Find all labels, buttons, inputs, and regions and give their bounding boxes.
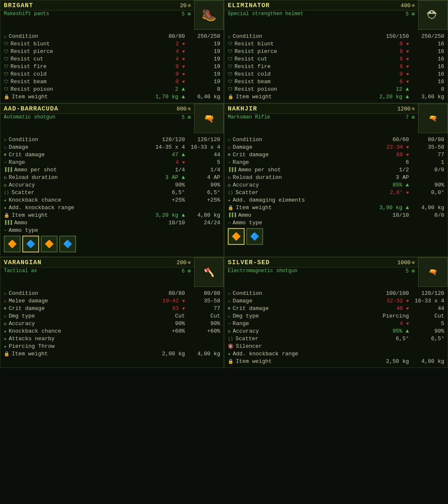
- aad-header: AAD-BARRACUDA 800 ⊙: [0, 104, 194, 114]
- varangian-accuracy: ◎ Accuracy 90% 90%: [4, 320, 220, 327]
- silver-sed-icon: 🔫: [418, 257, 448, 287]
- brigant-resist-pierce: 🛡 Resist pierce 4 ♥ 19: [4, 47, 220, 55]
- aad-icon: 🔫: [194, 104, 224, 133]
- ammo-count-icon: ▐▐▐: [228, 213, 236, 218]
- silver-sed-subtitle: Electromagnetic shotgun 5 ⊞: [224, 268, 418, 276]
- varangian-knockback: ★ Knockback chance +60% +60%: [4, 327, 220, 335]
- brigant-resist-cold: 🛡 Resist cold 0 ♥ 19: [4, 70, 220, 78]
- scatter-icon: ⟨⟩: [4, 190, 9, 195]
- silver-sed-cost: 1000 ⊙: [398, 260, 415, 266]
- nakhjir-scatter: ⟨⟩ Scatter 2,8° ♥ 0,0°: [228, 189, 444, 196]
- accuracy-icon: ◎: [4, 182, 7, 188]
- varangian-subtitle: Tactical ax 6 ⊞: [0, 268, 194, 276]
- main-grid: BRIGANT 20 ⊙ Makeshift pants 5 ⊞ 🥾 ⚔ Con…: [0, 0, 448, 368]
- varangian-crit: ✖ Crit damage 63 ♥ 77: [4, 304, 220, 312]
- brigant-resist-cut: 🛡 Resist cut 4 ♥ 19: [4, 55, 220, 63]
- scatter-icon: ⟨⟩: [228, 190, 233, 195]
- ammo-type-icon: —: [228, 220, 231, 225]
- nakhjir-reload: ↻ Reload duration 3 AP: [228, 173, 444, 181]
- eliminator-condition: ⚔ Condition 150/150 250/250: [228, 32, 444, 40]
- brigant-resist-poison: 🛡 Resist poison 2 ▲ 0: [4, 85, 220, 93]
- weight-icon: 🔒: [228, 94, 234, 100]
- aad-ammo: ▐▐▐ Ammo 10/10 24/24: [4, 219, 220, 226]
- varangian-header: VARANGIAN 200 ⊙: [0, 257, 194, 268]
- aad-subtitle: Automatic shotgun 5 ⊞: [0, 114, 194, 122]
- nakhjir-ammo-box-1[interactable]: 🔶: [228, 228, 245, 245]
- brigant-body: ⚔ Condition 80/80 250/250 🛡 Resist blunt…: [0, 30, 224, 103]
- resist-beam-icon: 🛡: [4, 79, 8, 84]
- add-damage-icon: ★: [228, 197, 231, 203]
- brigant-condition: ⚔ Condition 80/80 250/250: [4, 32, 220, 40]
- resist-blunt-icon: 🛡: [228, 41, 232, 47]
- nakhjir-damage: ⚔ Damage 22-34 ♥ 35-58: [228, 143, 444, 151]
- aad-crit: ✖ Crit damage 47 ▲ 44: [4, 151, 220, 158]
- aad-reload: ↻ Reload duration 3 AP ▲ 4 AP: [4, 173, 220, 181]
- resist-cut-icon: 🛡: [228, 56, 232, 62]
- silver-sed-damage: ⚔ Damage 32-32 ♥ 16-33 x 4: [228, 297, 444, 304]
- weight-icon: 🔒: [4, 213, 10, 218]
- ammo-icon: ▐▐▐: [228, 167, 236, 172]
- nakhjir-ammo: ▐▐▐ Ammo 10/10 0/0: [228, 211, 444, 219]
- aad-scatter: ⟨⟩ Scatter 6,5° 6,5°: [4, 189, 220, 196]
- eliminator-subtitle: Special strengthen helmet 5 ⊞: [224, 10, 418, 18]
- elim-resist-pierce: 🛡 Resist pierce 6 ♥ 16: [228, 47, 444, 55]
- dmg-type-icon: ⚔: [4, 313, 7, 319]
- damage-icon: ⚔: [228, 144, 231, 150]
- condition-icon: ⚔: [4, 137, 7, 142]
- melee-damage-icon: ⚔: [4, 298, 7, 304]
- aad-body: ⚔ Condition 120/120 120/120 ⚔ Damage 14-…: [0, 133, 224, 257]
- varangian-attacks-nearby: ★ Attacks nearby: [4, 335, 220, 342]
- reload-icon: ↻: [4, 175, 7, 180]
- condition-icon: ⚔: [228, 34, 231, 39]
- brigant-resist-blunt: 🛡 Resist blunt 2 ♥ 19: [4, 40, 220, 47]
- varangian-dmg-type: ⚔ Dmg type Cut Cut: [4, 312, 220, 320]
- ammo-type-icon: —: [4, 228, 7, 233]
- elim-resist-fire: 🛡 Resist fire 6 ♥ 16: [228, 63, 444, 70]
- knockback-icon: ★: [4, 197, 7, 203]
- resist-pierce-icon: 🛡: [4, 49, 8, 54]
- condition-icon: ⚔: [228, 137, 231, 142]
- elim-item-weight: 🔒 Item weight 2,20 kg ▲ 3,60 kg: [228, 93, 444, 100]
- silver-sed-scatter: ⟨⟩ Scatter 6,5° 6,5°: [228, 335, 444, 342]
- condition-icon: ⚔: [228, 291, 231, 296]
- nakhjir-ammo-box-2[interactable]: 🔷: [246, 228, 263, 245]
- panel-nakhjir: NAKHJIR 1200 ⊙ Marksman Rifle 7 ⊞ 🔫 ⚔ Co…: [224, 103, 448, 257]
- aad-cost: 800 ⊙: [177, 106, 191, 112]
- resist-pierce-icon: 🛡: [228, 49, 232, 54]
- ammo-box-1[interactable]: 🔶: [4, 236, 21, 252]
- ammo-icon: ▐▐▐: [4, 167, 12, 172]
- brigant-subtitle: Makeshift pants 5 ⊞: [0, 10, 194, 18]
- nakhjir-icon: 🔫: [418, 104, 448, 133]
- eliminator-body: ⚔ Condition 150/150 250/250 🛡 Resist blu…: [224, 30, 448, 103]
- aad-item-weight: 🔒 Item weight 3,20 kg ▲ 4,80 kg: [4, 211, 220, 219]
- panel-aad-barracuda: AAD-BARRACUDA 800 ⊙ Automatic shotgun 5 …: [0, 103, 224, 257]
- nakhjir-ammo-icons: 🔶 🔷: [228, 226, 444, 247]
- panel-varangian: VARANGIAN 200 ⊙ Tactical ax 6 ⊞ 🪓 ⚔ Cond…: [0, 257, 224, 368]
- brigant-title: BRIGANT: [4, 2, 33, 9]
- ammo-box-4[interactable]: 🔷: [59, 236, 76, 252]
- nakhjir-condition: ⚔ Condition 60/60 80/80: [228, 136, 444, 143]
- resist-fire-icon: 🛡: [4, 64, 8, 69]
- elim-resist-cold: 🛡 Resist cold 0 ♥ 16: [228, 70, 444, 78]
- knockback-icon: ★: [4, 328, 7, 334]
- brigant-item-weight: 🔒 Item weight 1,70 kg ▲ 6,40 kg: [4, 93, 220, 100]
- ammo-box-2[interactable]: 🔷: [22, 236, 39, 252]
- nakhjir-ammo-per-shot: ▐▐▐ Ammo per shot 1/2 0/0: [228, 166, 444, 173]
- crit-icon: ✖: [4, 152, 7, 158]
- knockback-range-icon: ★: [228, 351, 231, 357]
- varangian-coin-icon: ⊙: [188, 260, 191, 266]
- nakhjir-ammo-type: — Ammo type: [228, 219, 444, 226]
- varangian-item-weight: 🔒 Item weight 2,00 kg 4,00 kg: [4, 350, 220, 357]
- panel-silver-sed: SILVER-SED 1000 ⊙ Electromagnetic shotgu…: [224, 257, 448, 368]
- aad-coin-icon: ⊙: [188, 106, 191, 112]
- weight-icon: 🔒: [4, 94, 10, 100]
- knockback-range-icon: ★: [4, 205, 7, 210]
- resist-cold-icon: 🛡: [4, 71, 8, 77]
- resist-cold-icon: 🛡: [228, 71, 232, 77]
- ammo-box-3[interactable]: 🔶: [41, 236, 58, 252]
- brigant-icon: 🥾: [194, 0, 224, 30]
- silver-sed-knockback-range: ★ Add. knockback range: [228, 350, 444, 357]
- silver-sed-header: SILVER-SED 1000 ⊙: [224, 257, 418, 268]
- resist-blunt-icon: 🛡: [4, 41, 8, 47]
- nakhjir-add-damaging: ★ Add. damaging elements: [228, 196, 444, 204]
